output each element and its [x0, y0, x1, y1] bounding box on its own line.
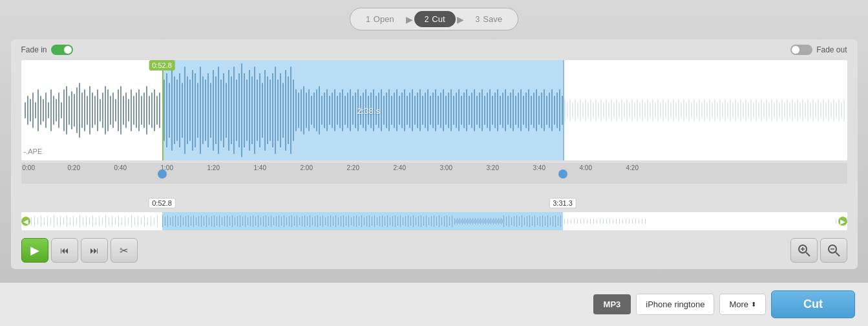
svg-rect-499 — [491, 218, 491, 224]
svg-rect-476 — [461, 219, 461, 223]
svg-rect-552 — [629, 219, 630, 224]
svg-rect-297 — [794, 102, 796, 118]
svg-rect-235 — [634, 102, 635, 118]
svg-rect-548 — [616, 219, 617, 224]
time-2-20: 2:20 — [347, 164, 359, 171]
svg-rect-484 — [471, 219, 472, 223]
fade-controls: Fade in Fade out — [21, 45, 847, 55]
svg-rect-257 — [691, 102, 692, 118]
svg-rect-17 — [69, 96, 70, 125]
svg-rect-16 — [66, 86, 67, 135]
svg-rect-532 — [564, 219, 565, 224]
mini-left-handle[interactable]: ◀ — [21, 217, 30, 226]
skip-forward-button[interactable]: ⏭ — [81, 238, 108, 263]
svg-rect-420 — [323, 215, 323, 227]
start-drag-handle[interactable] — [158, 169, 167, 179]
svg-rect-295 — [789, 102, 790, 118]
svg-rect-405 — [284, 215, 284, 227]
fade-out-toggle[interactable] — [790, 45, 812, 55]
svg-rect-419 — [320, 217, 321, 226]
format-mp3-button[interactable]: MP3 — [593, 294, 631, 314]
mini-waveform[interactable]: ◀ ▶ — [21, 212, 847, 230]
svg-rect-536 — [577, 219, 578, 224]
timeline-ruler[interactable]: 0:00 0:20 0:40 1:00 1:20 1:40 2:00 2:20 … — [21, 163, 847, 184]
svg-rect-261 — [701, 102, 703, 118]
fade-in-toggle[interactable] — [51, 45, 73, 55]
duration-label: 2:38.s — [357, 105, 380, 115]
time-3-40: 3:40 — [533, 164, 545, 171]
svg-rect-414 — [307, 217, 308, 226]
svg-rect-398 — [266, 215, 266, 227]
svg-rect-481 — [467, 218, 468, 224]
zoom-in-button[interactable] — [790, 238, 818, 263]
mini-waveform-svg — [21, 212, 847, 230]
zoom-out-button[interactable] — [820, 238, 847, 263]
step-save[interactable]: 3 Save — [465, 11, 513, 27]
svg-rect-430 — [348, 215, 349, 227]
svg-rect-273 — [732, 102, 734, 118]
svg-rect-375 — [206, 215, 207, 227]
svg-rect-271 — [727, 102, 728, 118]
svg-rect-506 — [500, 219, 500, 223]
svg-rect-451 — [403, 217, 403, 225]
waveform-container[interactable]: // This is inside SVG so we'll just do s… — [21, 60, 847, 160]
type-iphone-button[interactable]: iPhone ringtone — [636, 294, 714, 315]
svg-rect-210 — [569, 99, 571, 122]
svg-rect-483 — [470, 218, 471, 224]
skip-back-button[interactable]: ⏮ — [51, 238, 78, 263]
svg-rect-30 — [102, 92, 103, 128]
svg-rect-393 — [253, 215, 253, 227]
svg-rect-228 — [616, 99, 617, 122]
svg-rect-372 — [198, 216, 199, 226]
play-button[interactable]: ▶ — [21, 238, 48, 263]
fade-out-control: Fade out — [790, 45, 847, 55]
cut-button[interactable]: Cut — [771, 290, 855, 318]
svg-rect-416 — [312, 217, 313, 225]
svg-line-564 — [836, 252, 840, 256]
svg-rect-299 — [799, 102, 801, 118]
svg-rect-304 — [812, 99, 814, 122]
svg-rect-427 — [341, 216, 341, 226]
svg-rect-214 — [580, 99, 581, 122]
svg-rect-323 — [47, 216, 48, 226]
svg-rect-514 — [516, 215, 517, 227]
svg-rect-243 — [655, 102, 656, 118]
cut-tool-button[interactable]: ✂ — [111, 238, 138, 263]
svg-rect-354 — [147, 217, 148, 225]
svg-rect-426 — [338, 217, 339, 225]
svg-rect-391 — [248, 217, 248, 225]
time-1-20: 1:20 — [207, 164, 220, 171]
svg-rect-45 — [141, 96, 142, 125]
svg-rect-493 — [483, 218, 483, 224]
svg-rect-4 — [35, 102, 36, 118]
more-options-button[interactable]: More ⬍ — [719, 294, 766, 315]
svg-rect-539 — [587, 219, 587, 224]
svg-rect-409 — [294, 217, 295, 226]
svg-rect-356 — [154, 218, 154, 224]
svg-rect-236 — [637, 99, 638, 122]
svg-rect-547 — [613, 219, 613, 224]
svg-rect-24 — [87, 96, 88, 125]
time-3-20: 3:20 — [487, 164, 499, 171]
svg-rect-1 — [27, 96, 28, 125]
svg-rect-308 — [823, 99, 824, 122]
svg-rect-12 — [56, 99, 57, 122]
svg-rect-252 — [678, 99, 679, 122]
svg-rect-29 — [100, 99, 101, 122]
svg-rect-386 — [235, 217, 235, 225]
mini-right-handle[interactable]: ▶ — [838, 217, 847, 226]
svg-rect-40 — [128, 99, 129, 122]
svg-rect-448 — [395, 215, 396, 227]
svg-rect-384 — [229, 217, 230, 226]
end-drag-handle[interactable] — [558, 169, 567, 179]
svg-rect-359 — [165, 217, 165, 226]
step-open[interactable]: 1 Open — [355, 11, 405, 27]
svg-rect-13 — [58, 92, 59, 128]
svg-rect-411 — [299, 217, 300, 225]
svg-rect-222 — [600, 99, 602, 122]
step-cut[interactable]: 2 Cut — [414, 11, 456, 27]
svg-rect-216 — [585, 99, 586, 122]
svg-rect-212 — [575, 99, 576, 122]
svg-rect-343 — [112, 216, 112, 226]
svg-rect-330 — [70, 217, 70, 225]
